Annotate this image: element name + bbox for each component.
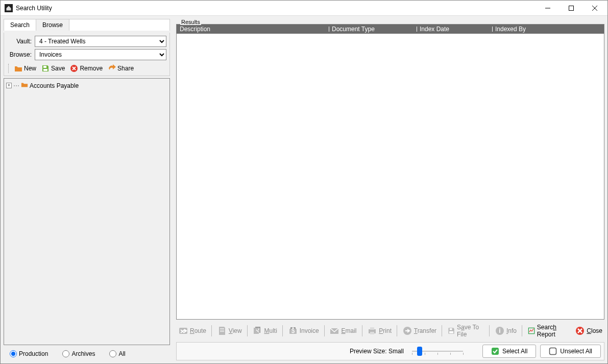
remove-button[interactable]: Remove [68,63,105,74]
new-button[interactable]: New [12,63,38,74]
close-button[interactable]: Close [573,325,604,337]
tab-search[interactable]: Search [4,19,36,31]
preview-size-label: Preview Size: Small [350,348,404,355]
route-button[interactable]: RRouteoute [176,325,208,337]
close-window-button[interactable] [583,1,606,15]
svg-rect-20 [450,328,452,330]
scope-radio-group: Production Archives All [4,347,170,360]
multi-button[interactable]: Multi [250,325,279,337]
titlebar: Search Utility [1,1,607,16]
folder-icon [21,81,28,90]
transfer-button[interactable]: Transfer [400,325,439,337]
svg-rect-26 [492,348,499,355]
share-button[interactable]: Share [106,63,136,74]
radio-production[interactable]: Production [10,350,48,357]
results-group: Results Description Document Type Index … [176,19,604,320]
svg-rect-9 [220,330,224,330]
save-to-file-button[interactable]: Save To File [445,323,486,339]
col-description[interactable]: Description [177,26,329,33]
invoice-button[interactable]: $ Invoice [286,325,321,337]
browse-label: Browse: [7,51,32,58]
app-icon [5,4,13,12]
col-document-type[interactable]: Document Type [329,26,417,33]
tree-item-accounts-payable[interactable]: + ⋯ Accounts Payable [6,81,167,90]
svg-rect-5 [43,69,47,71]
tab-strip: Search Browse [4,19,170,31]
svg-rect-1 [569,6,574,10]
results-label: Results [180,19,201,25]
search-report-button[interactable]: Search Report [525,323,571,339]
svg-rect-4 [43,66,46,68]
vault-label: Vault: [7,38,32,45]
vault-select[interactable]: 4 - Treated Wells [35,36,166,47]
col-indexed-by[interactable]: Indexed By [492,26,557,33]
preview-size-slider[interactable] [412,346,463,356]
email-button[interactable]: Email [327,325,358,337]
maximize-button[interactable] [560,1,583,15]
results-grid[interactable]: Description Document Type Index Date Ind… [176,24,604,320]
svg-rect-8 [220,328,224,329]
tree-connector: ⋯ [13,82,19,89]
window-title: Search Utility [16,5,536,12]
svg-text:i: i [499,327,500,334]
save-button[interactable]: Save [39,63,67,74]
tab-browse[interactable]: Browse [36,19,69,31]
action-bar: RRouteoute View Multi $ Invoice Email [176,322,604,340]
print-button[interactable]: Print [365,325,394,337]
browse-toolbar: New Save Remove Share [7,62,166,75]
tree-item-label: Accounts Payable [30,82,79,89]
svg-rect-17 [370,327,374,330]
col-index-date[interactable]: Index Date [417,26,492,33]
tree-panel: + ⋯ Accounts Payable [4,78,170,345]
expand-icon[interactable]: + [6,83,12,88]
svg-rect-21 [449,331,453,333]
browse-select[interactable]: Invoices [35,49,166,60]
content-area: Search Browse Vault: 4 - Treated Wells B… [1,16,607,363]
radio-archives[interactable]: Archives [62,350,95,357]
left-panel: Search Browse Vault: 4 - Treated Wells B… [4,19,170,360]
slider-thumb[interactable] [417,347,422,356]
results-header: Description Document Type Index Date Ind… [177,25,604,34]
select-all-button[interactable]: Select All [482,345,536,358]
form-area: Vault: 4 - Treated Wells Browse: Invoice… [4,33,170,76]
svg-rect-10 [220,331,224,332]
toolbar-separator [8,64,10,73]
svg-text:$: $ [291,327,295,334]
info-button[interactable]: i Info [493,325,519,337]
view-button[interactable]: View [215,325,244,337]
svg-rect-27 [550,348,556,355]
unselect-all-button[interactable]: Unselect All [540,345,601,358]
right-panel: Results Description Document Type Index … [176,19,604,360]
svg-rect-18 [370,332,374,334]
bottom-bar: Preview Size: Small Select All Unselect … [176,342,604,360]
minimize-button[interactable] [536,1,560,15]
radio-all[interactable]: All [109,350,125,357]
